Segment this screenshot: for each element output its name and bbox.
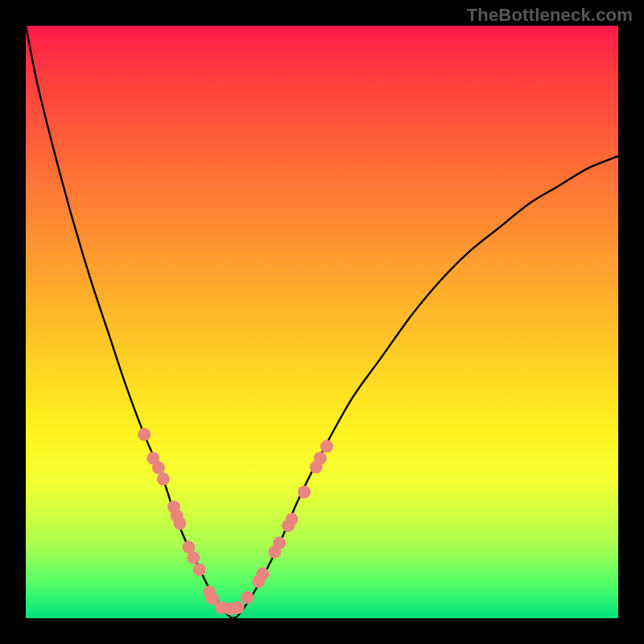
marker-point xyxy=(231,601,244,614)
bottleneck-curve xyxy=(26,26,618,618)
marker-point xyxy=(152,461,165,474)
marker-point xyxy=(285,513,298,526)
marker-point xyxy=(193,564,206,576)
marker-point xyxy=(157,473,170,485)
marker-point xyxy=(273,537,286,550)
outer-frame: TheBottleneck.com xyxy=(0,0,644,644)
marker-point xyxy=(314,452,327,464)
branding-watermark: TheBottleneck.com xyxy=(467,5,633,26)
marker-group xyxy=(138,428,333,615)
marker-point xyxy=(320,440,333,453)
marker-point xyxy=(241,591,254,604)
marker-point xyxy=(298,485,311,498)
plot-area xyxy=(26,26,618,618)
marker-point xyxy=(187,551,200,564)
marker-point xyxy=(138,428,151,441)
chart-svg xyxy=(26,26,618,618)
marker-point xyxy=(173,517,186,530)
marker-point xyxy=(256,568,269,580)
